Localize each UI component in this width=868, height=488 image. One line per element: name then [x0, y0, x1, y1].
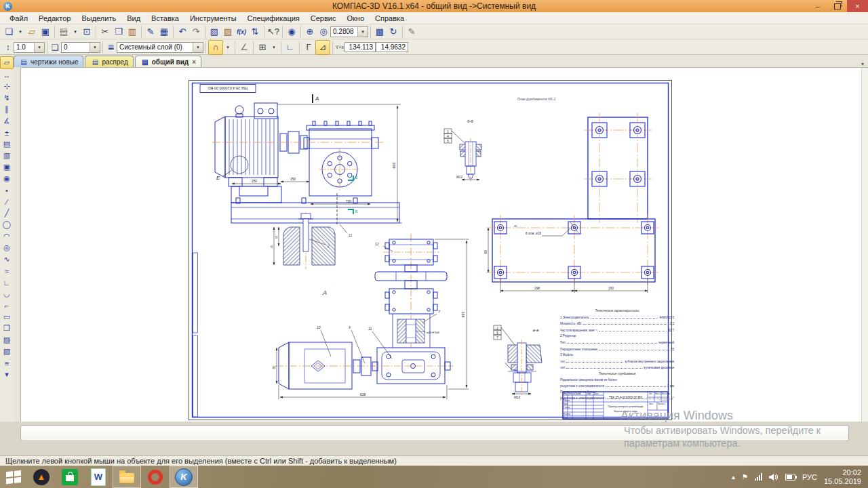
tool-rectangle-icon[interactable]: ▭: [1, 311, 13, 323]
variables-icon[interactable]: f(x): [235, 25, 248, 39]
tool-polyline-icon[interactable]: ⌐: [1, 300, 13, 311]
app-icon[interactable]: K: [3, 2, 12, 11]
taskbar-explorer[interactable]: [113, 466, 141, 488]
line-scale-dropdown-icon[interactable]: ▾: [34, 43, 44, 52]
tool-editing-icon[interactable]: ↯: [1, 92, 13, 104]
zoom-frame-icon[interactable]: ◉: [285, 25, 298, 39]
spec-window-icon[interactable]: ▧: [208, 25, 221, 39]
tool-spline-icon[interactable]: ∿: [1, 253, 13, 265]
network-icon[interactable]: [755, 473, 762, 481]
menu-file[interactable]: Файл: [4, 14, 33, 22]
corner-icon[interactable]: Γ: [302, 41, 315, 54]
tool-designations-icon[interactable]: ⊹: [1, 81, 13, 92]
tool-circle-icon[interactable]: ◯: [1, 219, 13, 230]
drawing-canvas[interactable]: ТБК 25.4.010000.00 ВО А: [20, 67, 868, 422]
tool-fillet-icon[interactable]: ◡: [1, 288, 13, 300]
layer-combo[interactable]: Системный слой (0) ▾: [117, 42, 203, 53]
title-bar[interactable]: K КОМПАС-3D V16.1 x64 - общий вид ->Сист…: [0, 0, 868, 13]
new-document-dropdown-icon[interactable]: ▾: [16, 25, 25, 39]
tab-chertezhi-novye[interactable]: ▤ чертижи новые: [14, 56, 83, 67]
undo-icon[interactable]: ↶: [176, 25, 189, 39]
menu-service[interactable]: Сервис: [305, 14, 342, 22]
snap-magnet-icon[interactable]: ∩: [208, 40, 223, 55]
grid-dropdown-icon[interactable]: ▾: [269, 41, 279, 54]
coord-x-field[interactable]: 134.113: [344, 42, 376, 52]
taskbar-opera[interactable]: [141, 466, 170, 488]
tool-segment-icon[interactable]: ╱: [1, 207, 13, 219]
tool-parametrization-icon[interactable]: ∥: [1, 104, 13, 115]
open-icon[interactable]: ▱: [25, 25, 39, 39]
menu-insert[interactable]: Вставка: [146, 14, 184, 22]
print-dropdown-icon[interactable]: ▾: [71, 25, 80, 39]
properties-icon[interactable]: ▦: [157, 25, 171, 39]
document-views-icon[interactable]: ▩: [373, 25, 387, 39]
tool-selection-icon[interactable]: ±: [1, 127, 13, 138]
zoom-scale-dropdown-icon[interactable]: ▾: [357, 27, 368, 37]
tool-chamfer-icon[interactable]: ∟: [1, 277, 13, 288]
tool-more-icon[interactable]: ▾: [1, 369, 13, 380]
new-document-icon[interactable]: ❏: [2, 25, 16, 39]
tool-measurement-icon[interactable]: ∡: [1, 115, 13, 127]
tool-geometry-icon[interactable]: ▱: [0, 56, 14, 69]
tool-reports-icon[interactable]: ▥: [1, 150, 13, 161]
menu-window[interactable]: Окно: [341, 14, 370, 22]
tray-expand-icon[interactable]: ▴: [732, 473, 735, 481]
language-indicator[interactable]: РУС: [802, 473, 817, 481]
context-help-icon[interactable]: ↖?: [267, 25, 280, 39]
ortho-drawing-icon[interactable]: ⊿: [315, 40, 330, 55]
menu-tools[interactable]: Инструменты: [184, 14, 242, 22]
clock[interactable]: 20:02 15.05.2019: [824, 468, 861, 486]
tool-aux-line-icon[interactable]: ∕: [1, 196, 13, 207]
minimize-button[interactable]: –: [808, 0, 827, 12]
tool-insert-icon[interactable]: ▣: [1, 161, 13, 173]
angle-snap-icon[interactable]: ∠: [237, 41, 251, 54]
local-csys-icon[interactable]: ∟: [283, 41, 297, 54]
redo-icon[interactable]: ↷: [189, 25, 203, 39]
zoom-in-out-icon[interactable]: ⊕: [303, 25, 317, 39]
drawing-sheet[interactable]: ТБК 25.4.010000.00 ВО А: [21, 68, 868, 422]
layer-dropdown-icon[interactable]: ▾: [193, 43, 203, 52]
tab-raspred[interactable]: ▤ распред: [85, 56, 133, 67]
tabs-menu-icon[interactable]: ▾: [861, 61, 864, 67]
tool-equidistant-icon[interactable]: ≡: [1, 357, 13, 369]
units-exchange-icon[interactable]: ⇅: [248, 25, 262, 39]
cut-icon[interactable]: ✂: [98, 25, 112, 39]
spec-objects-icon[interactable]: ▨: [221, 25, 235, 39]
tool-bezier-icon[interactable]: ≈: [1, 265, 13, 277]
battery-icon[interactable]: [785, 474, 795, 481]
taskbar-word[interactable]: W: [84, 466, 113, 488]
print-icon[interactable]: ▤: [57, 25, 71, 39]
layers-icon[interactable]: ≣: [105, 41, 117, 54]
restore-button[interactable]: [827, 0, 847, 12]
tech-characteristics[interactable]: Технические характеристики 1 Электродвиг…: [560, 308, 674, 391]
action-center-flag-icon[interactable]: ⚑: [742, 473, 748, 481]
tool-collect-contour-icon[interactable]: ❒: [1, 323, 13, 334]
paste-icon[interactable]: ▥: [125, 25, 139, 39]
tool-hatch-icon[interactable]: ▨: [1, 334, 13, 346]
volume-icon[interactable]: [769, 473, 778, 481]
tab-obshchiy-vid[interactable]: ▤ общий вид ×: [135, 56, 201, 67]
rebuild-view-icon[interactable]: ↻: [387, 25, 400, 39]
copy-properties-icon[interactable]: ✎: [144, 25, 157, 39]
canvas-scrollbar[interactable]: [861, 68, 868, 422]
tool-dimensions-icon[interactable]: ↔: [1, 69, 13, 81]
taskbar-store[interactable]: [56, 466, 84, 488]
menu-help[interactable]: Справка: [370, 14, 410, 22]
taskbar-avast[interactable]: ▲: [27, 466, 56, 488]
copy-icon[interactable]: ❒: [112, 25, 125, 39]
menu-view[interactable]: Вид: [121, 14, 146, 22]
start-button[interactable]: [0, 466, 27, 488]
print-preview-icon[interactable]: ⊡: [80, 25, 94, 39]
snap-dropdown-icon[interactable]: ▾: [223, 41, 233, 54]
tool-ellipse-icon[interactable]: ◎: [1, 242, 13, 253]
taskbar-kompas[interactable]: K: [170, 466, 198, 488]
tool-fill-icon[interactable]: ▧: [1, 346, 13, 357]
tool-arc-icon[interactable]: ◠: [1, 230, 13, 242]
coord-y-field[interactable]: 14.9632: [376, 42, 408, 52]
view-number-combo[interactable]: 0 ▾: [61, 42, 100, 53]
tool-share-icon[interactable]: ◉: [1, 173, 13, 184]
view-number-dropdown-icon[interactable]: ▾: [90, 43, 100, 52]
tab-close-icon[interactable]: ×: [192, 58, 196, 66]
line-scale-combo[interactable]: 1.0 ▾: [14, 42, 45, 53]
menu-select[interactable]: Выделить: [76, 14, 121, 22]
